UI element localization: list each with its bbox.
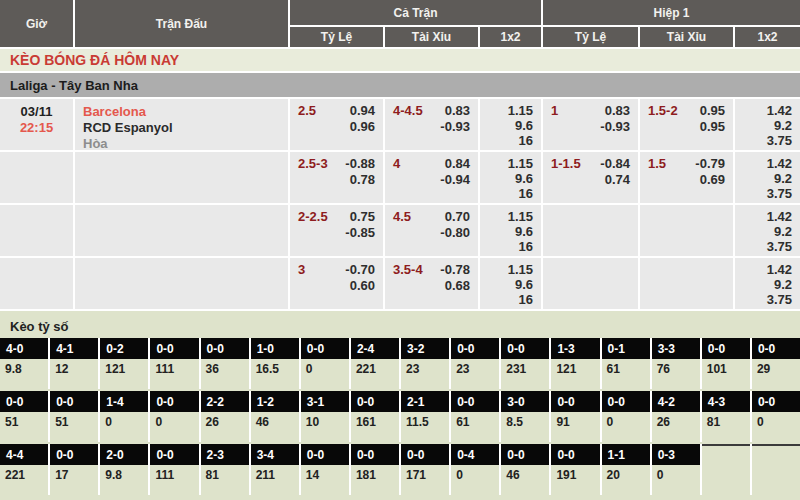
handicap-home-odds[interactable]: 0.75 [345, 209, 375, 225]
handicap-away-odds[interactable]: -0.85 [345, 225, 375, 241]
score-odds-cell[interactable]: 2-2 26 [201, 391, 249, 442]
score-odds-cell[interactable]: 3-4 211 [251, 444, 299, 495]
odds-x[interactable]: 3.75 [735, 239, 792, 254]
score-odds-cell[interactable]: 0-3 0 [652, 444, 700, 495]
score-odds-cell[interactable]: 0-0 101 [702, 338, 750, 389]
score-odds-cell[interactable]: 3-3 76 [652, 338, 700, 389]
handicap-home-odds[interactable]: -0.70 [345, 262, 375, 278]
fulltime-1x2-cell[interactable]: 1.15 9.6 16 [480, 99, 541, 150]
over-odds[interactable]: -0.78 [440, 262, 470, 278]
odds-x[interactable]: 3.75 [735, 133, 792, 148]
firsthalf-overunder-cell[interactable]: 1.5 -0.79 0.69 [640, 152, 733, 203]
fulltime-handicap-cell[interactable]: 2.5-3 -0.88 0.78 [290, 152, 383, 203]
score-odds-cell[interactable]: 4-0 9.8 [0, 338, 48, 389]
odds-x[interactable]: 16 [480, 292, 533, 307]
under-odds[interactable]: -0.80 [440, 225, 470, 241]
score-odds-cell[interactable]: 2-0 9.8 [100, 444, 148, 495]
score-odds-cell[interactable]: 2-4 221 [351, 338, 399, 389]
score-odds-cell[interactable]: 0-0 29 [752, 338, 800, 389]
firsthalf-handicap-cell[interactable]: 1 0.83 -0.93 [543, 99, 638, 150]
odds-2[interactable]: 9.2 [735, 171, 792, 186]
score-odds-cell[interactable]: 0-0 14 [301, 444, 349, 495]
score-odds-cell[interactable]: 3-0 8.5 [501, 391, 549, 442]
firsthalf-1x2-cell[interactable]: 1.42 9.2 3.75 [735, 258, 800, 309]
firsthalf-overunder-cell[interactable] [640, 205, 733, 256]
handicap-away-odds[interactable]: 0.74 [600, 172, 630, 188]
score-odds-cell[interactable]: 3-1 10 [301, 391, 349, 442]
score-odds-cell[interactable] [702, 444, 750, 495]
fulltime-overunder-cell[interactable]: 4 0.84 -0.94 [385, 152, 478, 203]
over-odds[interactable]: -0.79 [695, 156, 725, 172]
odds-x[interactable]: 16 [480, 186, 533, 201]
odds-x[interactable]: 3.75 [735, 186, 792, 201]
score-odds-cell[interactable]: 1-2 46 [251, 391, 299, 442]
odds-2[interactable]: 9.2 [735, 224, 792, 239]
score-odds-cell[interactable]: 0-4 0 [451, 444, 499, 495]
score-odds-cell[interactable]: 0-0 23 [451, 338, 499, 389]
under-odds[interactable]: 0.95 [700, 119, 725, 135]
match-teams-cell[interactable] [75, 152, 288, 203]
odds-1[interactable]: 1.42 [735, 209, 792, 224]
over-odds[interactable]: 0.95 [700, 103, 725, 119]
firsthalf-1x2-cell[interactable]: 1.42 9.2 3.75 [735, 205, 800, 256]
score-odds-cell[interactable]: 2-3 81 [201, 444, 249, 495]
score-odds-cell[interactable]: 3-2 23 [401, 338, 449, 389]
firsthalf-handicap-cell[interactable] [543, 205, 638, 256]
match-teams-cell[interactable] [75, 205, 288, 256]
odds-x[interactable]: 16 [480, 133, 533, 148]
score-odds-cell[interactable]: 0-0 161 [351, 391, 399, 442]
fulltime-1x2-cell[interactable]: 1.15 9.6 16 [480, 258, 541, 309]
score-odds-cell[interactable]: 0-0 111 [150, 338, 198, 389]
under-odds[interactable]: -0.93 [440, 119, 470, 135]
score-odds-cell[interactable]: 0-0 231 [501, 338, 549, 389]
firsthalf-overunder-cell[interactable] [640, 258, 733, 309]
odds-x[interactable]: 3.75 [735, 292, 792, 307]
odds-2[interactable]: 9.2 [735, 277, 792, 292]
match-teams-cell[interactable]: Barcelona RCD Espanyol Hòa [75, 99, 288, 150]
score-odds-cell[interactable]: 0-0 51 [0, 391, 48, 442]
score-odds-cell[interactable]: 0-0 91 [551, 391, 599, 442]
fulltime-handicap-cell[interactable]: 2-2.5 0.75 -0.85 [290, 205, 383, 256]
handicap-away-odds[interactable]: 0.78 [345, 172, 375, 188]
firsthalf-handicap-cell[interactable]: 1-1.5 -0.84 0.74 [543, 152, 638, 203]
firsthalf-overunder-cell[interactable]: 1.5-2 0.95 0.95 [640, 99, 733, 150]
score-odds-cell[interactable]: 4-3 81 [702, 391, 750, 442]
score-odds-cell[interactable]: 0-0 0 [602, 391, 650, 442]
fulltime-overunder-cell[interactable]: 4-4.5 0.83 -0.93 [385, 99, 478, 150]
score-odds-cell[interactable]: 0-0 171 [401, 444, 449, 495]
handicap-away-odds[interactable]: 0.60 [345, 278, 375, 294]
odds-1[interactable]: 1.15 [480, 103, 533, 118]
score-odds-cell[interactable]: 0-1 61 [602, 338, 650, 389]
odds-2[interactable]: 9.6 [480, 171, 533, 186]
score-odds-cell[interactable]: 0-0 0 [150, 391, 198, 442]
over-odds[interactable]: 0.70 [440, 209, 470, 225]
odds-1[interactable]: 1.42 [735, 103, 792, 118]
firsthalf-handicap-cell[interactable] [543, 258, 638, 309]
odds-1[interactable]: 1.15 [480, 156, 533, 171]
score-odds-cell[interactable]: 2-1 11.5 [401, 391, 449, 442]
odds-2[interactable]: 9.6 [480, 118, 533, 133]
under-odds[interactable]: 0.69 [695, 172, 725, 188]
score-odds-cell[interactable]: 0-0 111 [150, 444, 198, 495]
odds-2[interactable]: 9.2 [735, 118, 792, 133]
over-odds[interactable]: 0.84 [440, 156, 470, 172]
handicap-away-odds[interactable]: 0.96 [350, 119, 375, 135]
score-odds-cell[interactable]: 1-1 20 [602, 444, 650, 495]
over-odds[interactable]: 0.83 [440, 103, 470, 119]
handicap-away-odds[interactable]: -0.93 [600, 119, 630, 135]
score-odds-cell[interactable]: 4-1 12 [50, 338, 98, 389]
score-odds-cell[interactable] [752, 444, 800, 495]
score-odds-cell[interactable]: 0-0 61 [451, 391, 499, 442]
handicap-home-odds[interactable]: 0.94 [350, 103, 375, 119]
fulltime-handicap-cell[interactable]: 2.5 0.94 0.96 [290, 99, 383, 150]
score-odds-cell[interactable]: 0-0 181 [351, 444, 399, 495]
fulltime-handicap-cell[interactable]: 3 -0.70 0.60 [290, 258, 383, 309]
under-odds[interactable]: 0.68 [440, 278, 470, 294]
firsthalf-1x2-cell[interactable]: 1.42 9.2 3.75 [735, 152, 800, 203]
under-odds[interactable]: -0.94 [440, 172, 470, 188]
fulltime-overunder-cell[interactable]: 4.5 0.70 -0.80 [385, 205, 478, 256]
fulltime-overunder-cell[interactable]: 3.5-4 -0.78 0.68 [385, 258, 478, 309]
score-odds-cell[interactable]: 1-4 0 [100, 391, 148, 442]
score-odds-cell[interactable]: 1-0 16.5 [251, 338, 299, 389]
score-odds-cell[interactable]: 0-0 0 [752, 391, 800, 442]
